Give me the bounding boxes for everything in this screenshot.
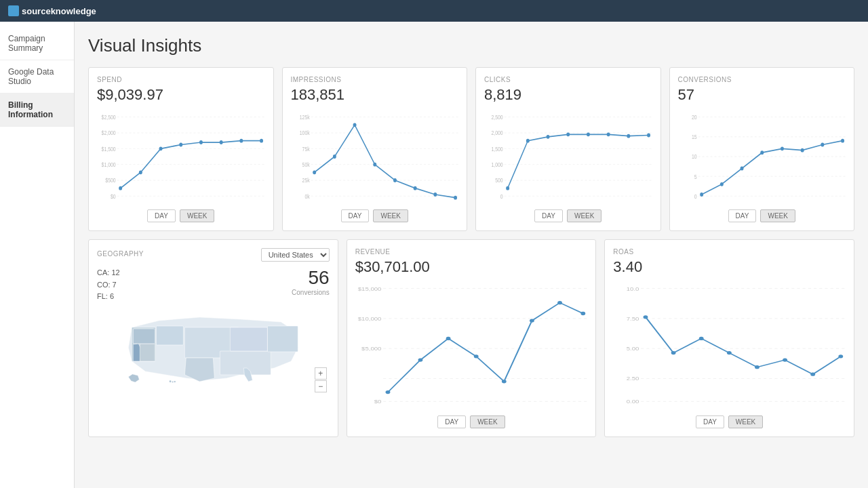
revenue-card: REVENUE $30,701.00 $15,000 $10,000 $5,00… <box>347 239 597 437</box>
svg-point-74 <box>780 146 783 150</box>
us-map: + − <box>97 307 330 395</box>
svg-text:$10,000: $10,000 <box>357 316 381 322</box>
svg-point-87 <box>170 380 172 382</box>
conversions-card: CONVERSIONS 57 20 15 10 5 0 <box>669 67 855 231</box>
spend-value: $9,039.97 <box>97 86 265 104</box>
revenue-day-btn[interactable]: DAY <box>437 415 466 428</box>
svg-text:20: 20 <box>692 115 697 121</box>
logo-icon <box>8 5 19 16</box>
svg-point-76 <box>821 143 824 147</box>
svg-point-118 <box>671 351 676 354</box>
top-bar: sourceknowledge <box>0 0 868 22</box>
clicks-label: CLICKS <box>484 76 652 83</box>
svg-text:7.50: 7.50 <box>627 316 639 322</box>
svg-text:$2,500: $2,500 <box>102 115 116 121</box>
spend-card: SPEND $9,039.97 .grid-line { stroke: #e8… <box>88 67 274 231</box>
roas-chart: 10.0 7.50 5.00 2.50 0.00 <box>613 281 846 410</box>
svg-point-13 <box>139 170 142 174</box>
svg-point-117 <box>644 315 648 319</box>
geo-top-row: CA: 12 CO: 7 FL: 6 56 Conversions <box>97 267 330 307</box>
geo-conversions-count: 56 <box>309 267 330 289</box>
geo-stats: CA: 12 CO: 7 FL: 6 <box>97 267 120 303</box>
svg-text:15: 15 <box>692 134 697 141</box>
svg-point-122 <box>783 358 787 361</box>
conversions-toggle: DAY WEEK <box>678 209 846 222</box>
conversions-chart: 20 15 10 5 0 <box>678 109 846 204</box>
svg-point-56 <box>587 132 590 136</box>
sidebar-item-billing[interactable]: Billing Information <box>0 94 74 127</box>
conversions-value: 57 <box>678 86 846 104</box>
svg-point-72 <box>740 167 743 171</box>
svg-point-105 <box>557 301 562 304</box>
conversions-label: CONVERSIONS <box>678 76 846 83</box>
roas-day-btn[interactable]: DAY <box>696 415 724 428</box>
svg-text:75k: 75k <box>302 146 309 152</box>
svg-point-88 <box>172 381 174 382</box>
impressions-toggle: DAY WEEK <box>291 209 459 222</box>
svg-rect-80 <box>140 344 155 361</box>
main-layout: Campaign Summary Google Data Studio Bill… <box>0 22 868 488</box>
svg-point-15 <box>179 143 182 147</box>
svg-text:1,000: 1,000 <box>491 162 502 169</box>
svg-text:$0: $0 <box>374 399 381 405</box>
svg-rect-82 <box>156 326 183 345</box>
impressions-label: IMPRESSIONS <box>291 76 459 83</box>
sidebar: Campaign Summary Google Data Studio Bill… <box>0 22 75 488</box>
svg-point-104 <box>530 319 534 322</box>
clicks-day-btn[interactable]: DAY <box>534 209 563 222</box>
clicks-chart: 2,500 2,000 1,500 1,000 500 0 <box>484 109 652 204</box>
svg-point-14 <box>159 146 163 150</box>
map-zoom-in-btn[interactable]: + <box>315 367 327 380</box>
revenue-toggle: DAY WEEK <box>355 415 588 428</box>
svg-point-38 <box>433 192 437 197</box>
revenue-week-btn[interactable]: WEEK <box>470 415 505 428</box>
geo-stat-fl: FL: 6 <box>97 291 120 303</box>
roas-label: ROAS <box>613 248 846 256</box>
impressions-chart: 125k 100k 75k 50k 25k 0k <box>291 109 459 204</box>
bottom-cards-grid: GEOGRAPHY United States CA: 12 CO: 7 FL:… <box>88 239 854 437</box>
roas-week-btn[interactable]: WEEK <box>728 415 763 428</box>
spend-day-btn[interactable]: DAY <box>147 209 176 222</box>
svg-point-16 <box>199 140 203 144</box>
sidebar-item-google[interactable]: Google Data Studio <box>0 60 74 94</box>
svg-text:2,500: 2,500 <box>491 115 502 121</box>
svg-point-100 <box>418 358 422 361</box>
geo-header: GEOGRAPHY United States <box>97 248 330 262</box>
impressions-day-btn[interactable]: DAY <box>341 209 370 222</box>
geo-stat-co: CO: 7 <box>97 279 120 291</box>
svg-text:0: 0 <box>694 193 696 200</box>
svg-text:$1,500: $1,500 <box>102 146 116 152</box>
geography-select[interactable]: United States <box>261 248 330 262</box>
map-zoom-out-btn[interactable]: − <box>315 380 327 392</box>
logo: sourceknowledge <box>8 5 96 16</box>
svg-rect-81 <box>133 329 155 344</box>
clicks-week-btn[interactable]: WEEK <box>567 209 601 222</box>
roas-card: ROAS 3.40 10.0 7.50 5.00 2.50 0.00 <box>604 239 854 437</box>
svg-point-77 <box>841 139 844 143</box>
svg-rect-86 <box>230 327 267 351</box>
spend-toggle: DAY WEEK <box>97 209 265 222</box>
spend-week-btn[interactable]: WEEK <box>180 209 214 222</box>
svg-text:10.0: 10.0 <box>627 286 639 292</box>
svg-point-37 <box>413 186 416 190</box>
svg-text:0k: 0k <box>304 193 310 200</box>
svg-point-54 <box>547 135 550 139</box>
geography-label: GEOGRAPHY <box>97 250 144 258</box>
conversions-day-btn[interactable]: DAY <box>728 209 757 222</box>
svg-point-106 <box>580 312 585 315</box>
svg-point-34 <box>353 123 356 127</box>
revenue-chart: $15,000 $10,000 $5,000 $0 <box>355 281 588 410</box>
svg-text:100k: 100k <box>299 130 309 137</box>
svg-point-101 <box>446 337 450 340</box>
roas-value: 3.40 <box>613 258 846 276</box>
svg-point-99 <box>385 390 390 394</box>
svg-point-55 <box>566 132 570 136</box>
sidebar-item-campaign[interactable]: Campaign Summary <box>0 27 74 60</box>
impressions-week-btn[interactable]: WEEK <box>373 209 408 222</box>
svg-point-19 <box>260 139 263 143</box>
svg-point-53 <box>526 139 530 143</box>
clicks-card: CLICKS 8,819 2,500 2,000 1,500 1,000 <box>475 67 661 231</box>
impressions-card: IMPRESSIONS 183,851 125k 100k 75k 50k <box>282 67 468 231</box>
spend-chart: .grid-line { stroke: #e8e8e8; stroke-wid… <box>97 109 265 204</box>
conversions-week-btn[interactable]: WEEK <box>760 209 795 222</box>
